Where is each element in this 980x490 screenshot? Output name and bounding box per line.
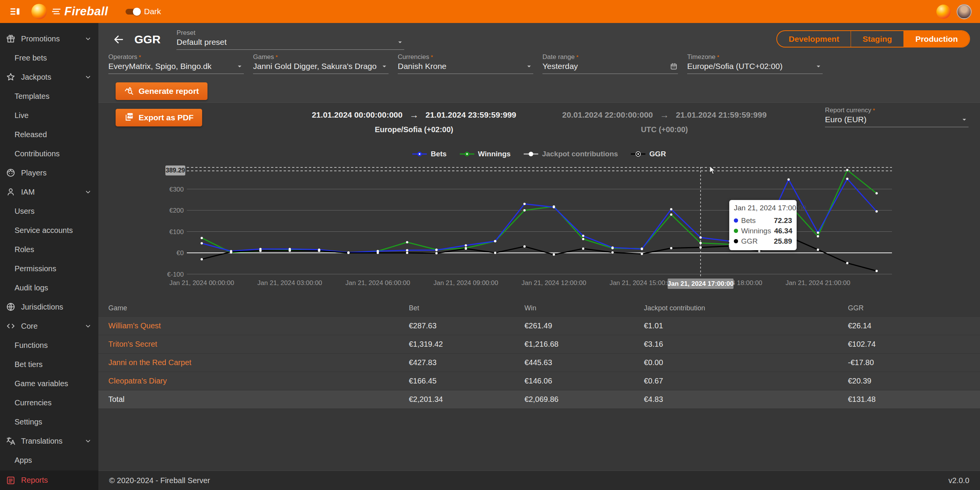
legend-marker: [412, 151, 427, 157]
sidebar-item-translations[interactable]: Translations: [0, 431, 98, 451]
chevron-down-icon: [396, 38, 404, 46]
sidebar-item-functions[interactable]: Functions: [0, 336, 98, 355]
fireball-logo-icon: [31, 4, 47, 19]
legend-item-jackpot-contributions[interactable]: Jackpot contributions: [524, 150, 618, 158]
topbar: Fireball Dark: [0, 0, 980, 23]
chevron-down-icon: [525, 62, 533, 70]
svg-text:Jan 21, 2024 21:00:00: Jan 21, 2024 21:00:00: [786, 279, 850, 287]
generate-report-button[interactable]: Generate report: [116, 82, 207, 100]
table-body: William's Quest€287.63€261.49€1.01€26.14…: [98, 316, 980, 408]
sidebar-item-service-accounts[interactable]: Service accounts: [0, 221, 98, 240]
sidebar-item-live[interactable]: Live: [0, 106, 98, 125]
env-button-staging[interactable]: Staging: [851, 31, 903, 47]
sidebar-item-iam[interactable]: IAM: [0, 182, 98, 202]
filter-games[interactable]: Games*Janni Gold Digger, Sakura's Dragon: [253, 53, 389, 74]
game-link[interactable]: Janni on the Red Carpet: [108, 358, 409, 367]
sidebar-item-audit-logs[interactable]: Audit logs: [0, 278, 98, 297]
sidebar-item-label: Live: [15, 111, 29, 120]
table-cell: €427.83: [409, 358, 524, 367]
game-link[interactable]: William's Quest: [108, 321, 409, 330]
env-button-development[interactable]: Development: [777, 31, 851, 47]
svg-text:389.29: 389.29: [166, 167, 185, 174]
globe-icon: [6, 302, 16, 312]
svg-text:Jan 21, 2024 06:00:00: Jan 21, 2024 06:00:00: [345, 279, 410, 287]
chevron-down-icon: [84, 322, 92, 330]
sidebar-item-jurisdictions[interactable]: Jurisdictions: [0, 297, 98, 316]
sidebar-item-free-bets[interactable]: Free bets: [0, 48, 98, 67]
sidebar-item-jackpots[interactable]: Jackpots: [0, 67, 98, 87]
sidebar-item-label: Apps: [15, 456, 32, 465]
sidebar-item-label: Free bets: [15, 54, 47, 62]
legend-item-ggr[interactable]: GGR: [631, 150, 666, 158]
table-cell: €1,216.68: [524, 340, 644, 349]
filter-date-range[interactable]: Date range*Yesterday: [542, 53, 678, 74]
column-header-jackpot-contribution: Jackpot contribution: [644, 304, 848, 312]
svg-text:€100: €100: [169, 228, 184, 236]
app-root: Fireball Dark PromotionsFree betsJackpot…: [0, 0, 980, 490]
sidebar-item-permissions[interactable]: Permissions: [0, 259, 98, 278]
series-dot: [734, 229, 738, 233]
code-icon: [6, 321, 16, 331]
sidebar-item-apps[interactable]: Apps: [0, 451, 98, 470]
menu-icon[interactable]: [8, 6, 21, 17]
brand-avatar[interactable]: [936, 5, 951, 19]
filter-timezone[interactable]: Timezone*Europe/Sofia (UTC+02:00): [687, 53, 823, 74]
sidebar-item-label: Promotions: [21, 34, 60, 43]
sidebar-item-currencies[interactable]: Currencies: [0, 393, 98, 412]
sidebar-item-bet-tiers[interactable]: Bet tiers: [0, 355, 98, 374]
sidebar-item-label: Service accounts: [15, 226, 73, 235]
speedlines-icon: [52, 5, 62, 18]
filter-operators[interactable]: Operators*EveryMatrix, Spigo, Bingo.dk: [108, 53, 244, 74]
filter-currencies[interactable]: Currencies*Danish Krone: [398, 53, 533, 74]
table-cell: €1.01: [644, 321, 848, 330]
table-cell: -€17.80: [848, 358, 980, 367]
chevron-down-icon: [84, 188, 92, 196]
sidebar-item-reports[interactable]: Reports: [0, 471, 98, 490]
sidebar-item-settings[interactable]: Settings: [0, 412, 98, 431]
sidebar-item-released[interactable]: Released: [0, 125, 98, 144]
game-link[interactable]: Cleopatra's Diary: [108, 377, 409, 385]
back-button[interactable]: [113, 34, 124, 45]
environment-switcher: DevelopmentStagingProduction: [776, 30, 970, 48]
chevron-down-icon: [960, 115, 969, 124]
filter-label: Timezone: [687, 53, 715, 61]
sidebar-item-label: Permissions: [15, 264, 56, 273]
table-row: Cleopatra's Diary€166.45€146.06€0.67€20.…: [98, 372, 980, 390]
sidebar-item-label: Settings: [15, 418, 42, 426]
chart-tooltip: Jan 21, 2024 17:00:00 Bets72.23Winnings4…: [729, 200, 797, 250]
report-icon: [6, 475, 16, 485]
preset-select[interactable]: Preset Default preset: [176, 29, 404, 50]
sidebar-item-label: Jackpots: [21, 73, 51, 82]
dark-mode-toggle[interactable]: [126, 9, 140, 15]
table-cell: €20.39: [848, 377, 980, 385]
report-currency-select[interactable]: Report currency* Euro (EUR): [825, 107, 969, 127]
local-from: 21.01.2024 00:00:00:000: [312, 110, 402, 120]
chart-legend: BetsWinningsJackpot contributionsGGR: [98, 146, 980, 162]
calendar-icon: [670, 62, 678, 70]
sidebar-item-core[interactable]: Core: [0, 316, 98, 336]
utc-zone: UTC (+00:00): [562, 125, 767, 134]
legend-item-bets[interactable]: Bets: [412, 150, 446, 158]
legend-item-winnings[interactable]: Winnings: [460, 150, 511, 158]
sidebar-item-game-variables[interactable]: Game variables: [0, 374, 98, 393]
chart-search-icon: [124, 85, 134, 97]
page-title: GGR: [134, 33, 160, 46]
chevron-down-icon: [84, 437, 92, 445]
sidebar-item-label: Contributions: [15, 149, 60, 158]
chevron-down-icon: [235, 62, 244, 70]
table-cell: €146.06: [524, 377, 644, 385]
game-link[interactable]: Triton's Secret: [108, 340, 409, 349]
face-icon: [6, 168, 16, 178]
user-avatar[interactable]: [957, 4, 972, 19]
sidebar-item-contributions[interactable]: Contributions: [0, 144, 98, 163]
env-button-production[interactable]: Production: [903, 31, 969, 47]
sidebar-item-users[interactable]: Users: [0, 202, 98, 221]
sidebar-item-promotions[interactable]: Promotions: [0, 29, 98, 48]
required-asterisk: *: [276, 54, 278, 60]
sidebar-item-templates[interactable]: Templates: [0, 87, 98, 106]
sidebar-item-players[interactable]: Players: [0, 163, 98, 182]
report-head: PDF Export as PDF 21.01.2024 00:00:00:00…: [98, 103, 980, 146]
sidebar-item-roles[interactable]: Roles: [0, 240, 98, 259]
filter-value: Yesterday: [542, 62, 666, 71]
dark-mode-label: Dark: [144, 7, 161, 16]
